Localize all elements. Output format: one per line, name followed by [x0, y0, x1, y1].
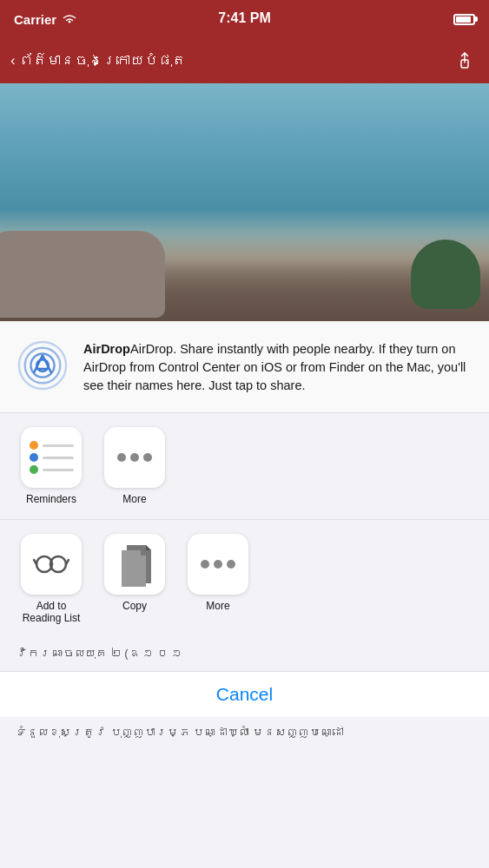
cancel-button[interactable]: Cancel: [17, 684, 472, 705]
carrier-label: Carrier: [14, 12, 56, 27]
back-button[interactable]: ‹ ព័ត៌មានចុងក្រោយបំផុត: [10, 52, 186, 69]
action-more-dots-icon: [201, 560, 235, 569]
body-text: វិករណៈចល​យុគ​ ២ (ឧ​ ១​​​​​​​​​ ០​ ១​ ​​​…: [0, 638, 489, 671]
airdrop-description: AirDropAirDrop. Share instantly with peo…: [83, 339, 473, 395]
stone-decoration: [0, 231, 165, 318]
time-display: 7:41 PM: [218, 10, 270, 26]
battery-icon: [453, 14, 475, 25]
action-row: Add toReading List Copy: [0, 520, 489, 638]
photo-area: [0, 83, 489, 335]
copy-label: Copy: [122, 600, 147, 612]
footer-text-content: ទំនួលខុសត្រូវ បុញ្ញបារម្ភ​ បណ្ដាឃ្លាំ​ ម…: [16, 726, 344, 739]
reminders-icon-inner: [24, 436, 79, 479]
svg-point-1: [19, 342, 66, 389]
more-dots-icon: [117, 453, 152, 462]
app-more-label: More: [122, 493, 146, 505]
share-sheet: AirDropAirDrop. Share instantly with peo…: [0, 321, 489, 868]
app-row: Reminders More: [0, 413, 489, 520]
copy-item[interactable]: Copy: [101, 534, 169, 612]
reminders-label: Reminders: [26, 493, 76, 505]
copy-icon: [104, 534, 165, 595]
airdrop-icon: [16, 339, 69, 392]
wifi-icon: [62, 14, 77, 25]
svg-line-9: [34, 560, 36, 564]
rem-dot-green: [30, 465, 38, 474]
status-bar: Carrier 7:41 PM: [0, 0, 489, 38]
nav-title: ព័ត៌មានចុងក្រោយបំផុត: [19, 53, 186, 69]
airdrop-title: AirDropAirDrop. Share instantly with peo…: [83, 342, 466, 392]
app-more-item[interactable]: More: [101, 427, 169, 505]
navigation-bar: ‹ ព័ត៌មានចុងក្រោយបំផុត: [0, 38, 489, 83]
airdrop-rings-icon: [17, 340, 68, 391]
action-more-label: More: [206, 600, 229, 612]
copy-files-icon: [118, 545, 151, 583]
action-dot-2: [214, 560, 222, 569]
action-more-icon: [188, 534, 248, 595]
reading-list-icon: [21, 534, 82, 595]
action-more-item[interactable]: More: [184, 534, 252, 612]
trees-decoration: [411, 240, 480, 309]
reading-list-label: Add toReading List: [23, 600, 81, 624]
dot-3: [143, 453, 152, 462]
reminders-icon: [21, 427, 82, 488]
reminders-item[interactable]: Reminders: [17, 427, 85, 505]
reading-list-item[interactable]: Add toReading List: [17, 534, 85, 624]
back-chevron-icon: ‹: [10, 52, 16, 69]
share-button[interactable]: [451, 47, 479, 75]
dot-2: [130, 453, 139, 462]
rem-line-2: [43, 457, 74, 459]
footer-text: ទំនួលខុសត្រូវ បុញ្ញបារម្ភ​ បណ្ដាឃ្លាំ​ ម…: [0, 717, 489, 748]
app-more-icon: [104, 427, 165, 488]
rem-dot-blue: [30, 453, 38, 462]
status-bar-right: [453, 14, 475, 25]
action-dot-1: [201, 560, 209, 569]
airdrop-desc-text: AirDrop. Share instantly with people nea…: [83, 342, 466, 392]
airdrop-section: AirDropAirDrop. Share instantly with peo…: [0, 321, 489, 413]
cancel-section: Cancel: [0, 671, 489, 717]
svg-line-10: [66, 560, 69, 564]
rem-dot-orange: [30, 441, 38, 450]
rem-line-1: [43, 444, 74, 447]
action-dot-3: [227, 560, 235, 569]
body-text-content: វិករណៈចល​យុគ​ ២ (ឧ​ ១​​​​​​​​​ ០​ ១​ ​​​…: [16, 647, 202, 660]
dot-1: [117, 453, 126, 462]
status-bar-left: Carrier: [14, 12, 77, 27]
rem-line-3: [43, 469, 74, 471]
